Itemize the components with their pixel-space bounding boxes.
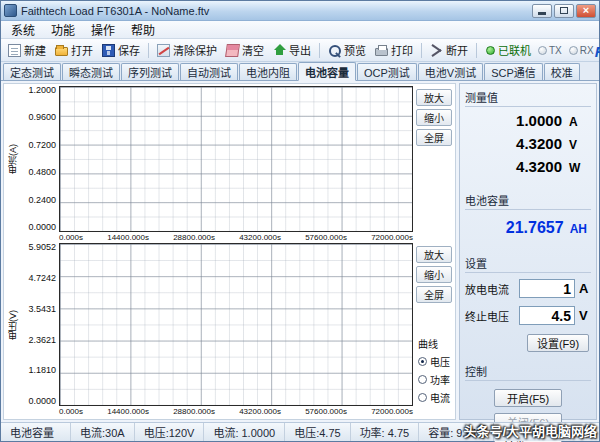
- save-button[interactable]: 保存: [98, 40, 144, 60]
- menu-system[interactable]: 系统: [3, 20, 43, 39]
- tab-ocp-test[interactable]: OCP测试: [357, 63, 417, 80]
- menu-help[interactable]: 帮助: [123, 20, 163, 39]
- discharge-current-input[interactable]: 1: [519, 279, 575, 298]
- clear-button[interactable]: 清空: [222, 40, 268, 60]
- radio-voltage-icon: [418, 357, 427, 366]
- open-folder-icon: [55, 47, 68, 56]
- print-button-label: 打印: [391, 42, 413, 58]
- zoom-out-button[interactable]: 缩小: [416, 266, 452, 283]
- right-panel: 测量值 1.0000 A 4.3200 V 4.3200 W 电池容量 21.7…: [459, 83, 597, 420]
- discharge-current-label: 放电电流: [465, 281, 515, 297]
- current-chart-y-ticks: 1.2000 0.9600 0.7200 0.4800 0.2400 0.000…: [19, 86, 59, 232]
- y-tick: 4.7242: [19, 274, 56, 283]
- status-rated-voltage: 电压:120V: [135, 423, 205, 441]
- toolbar-separator: [319, 43, 320, 58]
- radio-voltage-label: 电压: [430, 354, 450, 369]
- y-tick: 1.2000: [19, 86, 56, 95]
- new-button[interactable]: 新建: [4, 40, 50, 60]
- x-tick: 14400.000s: [107, 232, 149, 243]
- x-tick: 0.000s: [59, 232, 83, 243]
- status-rated-current: 电流:30A: [71, 423, 135, 441]
- brand-logo: Faith费思: [595, 40, 600, 61]
- tab-auto-test[interactable]: 自动测试: [180, 63, 238, 80]
- measured-voltage-value: 4.3200: [516, 135, 562, 152]
- cutoff-voltage-input[interactable]: 4.5: [519, 306, 575, 325]
- fullscreen-button[interactable]: 全屏: [416, 286, 452, 303]
- measured-current-unit: A: [569, 115, 583, 129]
- menu-operation[interactable]: 操作: [83, 20, 123, 39]
- zoom-in-button[interactable]: 放大: [416, 246, 452, 263]
- tab-battery-capacity[interactable]: 电池容量: [298, 62, 356, 81]
- x-tick: 28800.000s: [173, 406, 215, 417]
- measured-current-value: 1.0000: [516, 112, 562, 129]
- chart-area: 电流(A) 1.2000 0.9600 0.7200 0.4800 0.2400…: [3, 83, 456, 420]
- status-mode: 电池容量: [1, 423, 71, 441]
- print-button[interactable]: 打印: [371, 40, 417, 60]
- save-floppy-icon: [102, 44, 115, 57]
- zoom-out-button[interactable]: 缩小: [416, 109, 452, 126]
- tab-calibration[interactable]: 校准: [544, 63, 580, 80]
- minimize-button[interactable]: [532, 4, 552, 18]
- measured-power-unit: W: [569, 161, 583, 175]
- preview-button-label: 预览: [344, 42, 366, 58]
- measured-power: 4.3200 W: [465, 155, 591, 178]
- clear-button-label: 清空: [242, 42, 264, 58]
- tab-sequence-test[interactable]: 序列测试: [121, 63, 179, 80]
- current-chart-x-ticks: 0.000s 14400.000s 28800.000s 43200.000s …: [59, 232, 413, 243]
- voltage-chart-y-axis-title: 电压(V): [6, 243, 19, 406]
- settings-section-title: 设置: [465, 255, 591, 273]
- clear-protection-label: 清除保护: [173, 42, 217, 58]
- status-live-power: 功率: 4.75: [351, 423, 420, 441]
- toolbar: 新建 打开 保存 清除保护 清空 导出 预览 打印 断开 已联机 TX RX F…: [1, 39, 599, 62]
- start-button[interactable]: 开启(F5): [494, 389, 562, 407]
- tab-static-test[interactable]: 定态测试: [3, 63, 61, 80]
- tab-transient-test[interactable]: 瞬态测试: [62, 63, 120, 80]
- preview-button[interactable]: 预览: [324, 40, 370, 60]
- measured-voltage-unit: V: [569, 138, 583, 152]
- main-content: 电流(A) 1.2000 0.9600 0.7200 0.4800 0.2400…: [1, 81, 599, 422]
- disconnect-button-label: 断开: [446, 42, 468, 58]
- connection-status: 已联机: [486, 42, 531, 58]
- apply-settings-button[interactable]: 设置(F9): [527, 334, 589, 352]
- tab-scp-comm[interactable]: SCP通信: [484, 63, 543, 80]
- scissors-icon: [430, 44, 443, 57]
- app-window: Faithtech Load FT6301A - NoName.ftv × 系统…: [0, 0, 600, 442]
- disconnect-button[interactable]: 断开: [426, 40, 472, 60]
- control-section-title: 控制: [465, 363, 591, 381]
- measure-section-title: 测量值: [465, 89, 591, 107]
- x-tick: 57600.000s: [305, 232, 347, 243]
- close-button[interactable]: ×: [576, 4, 596, 18]
- tab-battery-v-test[interactable]: 电池V测试: [418, 63, 483, 80]
- toolbar-separator: [421, 43, 422, 58]
- radio-current[interactable]: 电流: [418, 390, 450, 405]
- online-label: 已联机: [498, 42, 531, 58]
- clear-protection-button[interactable]: 清除保护: [153, 40, 221, 60]
- cutoff-voltage-label: 终止电压: [465, 308, 515, 324]
- maximize-button[interactable]: [554, 4, 574, 18]
- current-chart: 电流(A) 1.2000 0.9600 0.7200 0.4800 0.2400…: [6, 86, 455, 243]
- curve-selector: 曲线 电压 功率 电流: [418, 336, 450, 417]
- radio-current-label: 电流: [430, 390, 450, 405]
- curve-group-label: 曲线: [418, 336, 438, 351]
- menu-function[interactable]: 功能: [43, 20, 83, 39]
- export-button[interactable]: 导出: [269, 40, 315, 60]
- tab-battery-resistance[interactable]: 电池内阻: [239, 63, 297, 80]
- capacity-section-title: 电池容量: [465, 192, 591, 210]
- open-button[interactable]: 打开: [51, 40, 97, 60]
- x-tick: 72000.000s: [371, 232, 413, 243]
- online-indicator-icon: [486, 46, 495, 55]
- x-tick: 72000.000s: [371, 406, 413, 417]
- discharge-current-unit: A: [579, 281, 591, 296]
- status-live-voltage: 电压:4.75: [285, 423, 350, 441]
- battery-capacity-value: 21.7657: [506, 219, 564, 237]
- zoom-in-button[interactable]: 放大: [416, 89, 452, 106]
- radio-voltage[interactable]: 电压: [418, 354, 450, 369]
- y-tick: 2.3621: [19, 336, 56, 345]
- fullscreen-button[interactable]: 全屏: [416, 129, 452, 146]
- maximize-icon: [560, 7, 568, 14]
- tx-indicator: TX: [538, 45, 562, 56]
- radio-power[interactable]: 功率: [418, 372, 450, 387]
- status-live-current: 电流: 1.0000: [204, 423, 285, 441]
- current-chart-controls: 放大 缩小 全屏: [413, 86, 455, 243]
- measured-voltage: 4.3200 V: [465, 132, 591, 155]
